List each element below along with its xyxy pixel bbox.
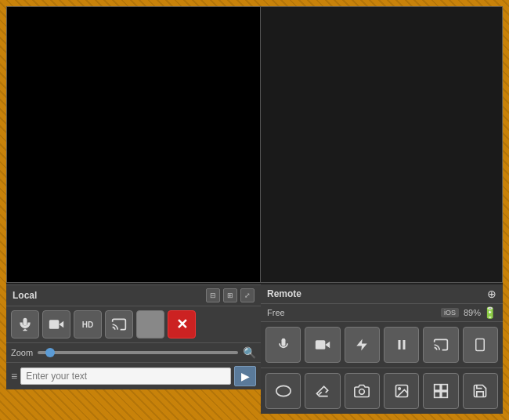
svg-rect-6 (398, 340, 400, 349)
remote-title: Remote (267, 288, 301, 299)
minimize-btn[interactable]: ⊟ (206, 288, 220, 302)
remote-controls-area: Remote ⊕ Free iOS 89% 🔋 (261, 284, 503, 414)
remote-flash-button[interactable] (345, 327, 380, 363)
zoom-track (38, 351, 238, 354)
remote-status-bar: Free iOS 89% 🔋 (261, 304, 503, 322)
camera-button[interactable] (42, 310, 70, 339)
svg-point-11 (276, 386, 290, 396)
remote-camera-button[interactable] (305, 327, 340, 363)
svg-rect-1 (49, 320, 60, 329)
svg-rect-7 (403, 340, 405, 349)
remote-erase-button[interactable] (305, 373, 340, 409)
local-panel (6, 6, 261, 283)
local-video-feed (7, 7, 260, 282)
video-area (6, 6, 503, 283)
hd-button[interactable]: HD (74, 310, 102, 339)
zoom-label: Zoom (11, 348, 33, 357)
remote-oval-button[interactable] (265, 373, 301, 409)
free-label: Free (267, 308, 285, 317)
remote-header: Remote ⊕ (261, 284, 503, 304)
svg-point-12 (359, 389, 365, 395)
battery-indicator: 89% 🔋 (464, 306, 496, 319)
text-input-row: ≡ ▶ (6, 362, 261, 389)
zoom-plus-icon: 🔍 (243, 346, 256, 359)
remote-snapshot-button[interactable] (345, 373, 380, 409)
remote-mic-button[interactable] (265, 327, 301, 363)
local-title: Local (13, 290, 37, 301)
svg-marker-5 (357, 339, 368, 351)
remote-pause-button[interactable] (384, 327, 419, 363)
svg-rect-18 (442, 392, 448, 398)
remote-save-button[interactable] (463, 373, 498, 409)
fullscreen-btn[interactable]: ⤢ (240, 288, 254, 302)
svg-point-14 (398, 388, 400, 390)
svg-rect-4 (316, 340, 326, 349)
svg-rect-0 (23, 318, 27, 326)
battery-icon: 🔋 (483, 306, 496, 319)
text-list-icon: ≡ (11, 370, 17, 382)
zoom-slider[interactable] (38, 349, 238, 357)
remote-panel (261, 6, 503, 283)
svg-rect-16 (442, 385, 448, 391)
local-header: Local ⊟ ⊞ ⤢ (6, 284, 261, 306)
remote-gallery-button[interactable] (384, 373, 419, 409)
svg-rect-15 (435, 385, 441, 391)
local-control-buttons: HD ✕ (6, 306, 261, 342)
bottom-controls: Local ⊟ ⊞ ⤢ (6, 283, 503, 414)
zoom-row: Zoom 🔍 (6, 342, 261, 362)
svg-rect-17 (435, 392, 441, 398)
cast-button[interactable] (105, 310, 133, 339)
status-right: iOS 89% 🔋 (441, 306, 496, 319)
main-container: Local ⊟ ⊞ ⤢ (6, 6, 503, 414)
remote-phone-button[interactable] (463, 327, 498, 363)
send-button[interactable]: ▶ (234, 366, 256, 386)
local-header-icons: ⊟ ⊞ ⤢ (206, 288, 254, 302)
remote-controls-row2 (261, 368, 503, 414)
microphone-button[interactable] (11, 310, 39, 339)
remote-frames-button[interactable] (423, 373, 458, 409)
stop-button[interactable]: ✕ (168, 310, 196, 339)
zoom-thumb[interactable] (45, 348, 55, 357)
battery-pct: 89% (464, 308, 481, 317)
remote-cast-button[interactable] (423, 327, 458, 363)
local-controls-area: Local ⊟ ⊞ ⤢ (6, 284, 261, 414)
remote-controls-row1 (261, 322, 503, 368)
text-input-field[interactable] (20, 368, 231, 385)
svg-rect-3 (281, 339, 285, 346)
ios-badge: iOS (441, 308, 459, 317)
restore-btn[interactable]: ⊞ (223, 288, 237, 302)
crosshair-icon: ⊕ (487, 288, 496, 300)
preview-button[interactable] (136, 310, 164, 339)
